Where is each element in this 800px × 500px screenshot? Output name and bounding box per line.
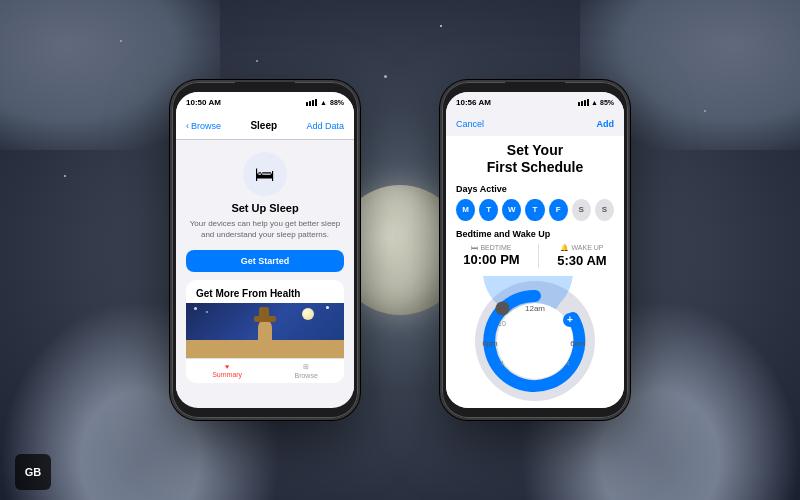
clock-dial-svg: 12am 2 6am 4 4 6pm 10 +: [470, 276, 600, 406]
cancel-button[interactable]: Cancel: [456, 119, 484, 129]
schedule-title-line1: Set Your: [507, 142, 563, 158]
health-card-title: Get More From Health: [186, 280, 344, 303]
svg-text:6pm: 6pm: [482, 339, 498, 348]
phone2-status-icons: ▲ 85%: [578, 99, 614, 106]
gb-watermark: GB: [15, 454, 51, 490]
days-row: M T W T F S S: [456, 199, 614, 221]
day-wednesday[interactable]: W: [502, 199, 521, 221]
svg-text:12am: 12am: [525, 304, 545, 313]
day-monday[interactable]: M: [456, 199, 475, 221]
days-active-label: Days Active: [456, 184, 614, 194]
time-divider: [538, 244, 539, 268]
bedtime-section-label: Bedtime and Wake Up: [456, 229, 614, 239]
sleep-icon-area: 🛏 Set Up Sleep Your devices can help you…: [186, 152, 344, 272]
wakeup-label: 🔔 WAKE UP: [557, 244, 606, 252]
phone2-battery: 85%: [600, 99, 614, 106]
phone2-navbar: Cancel Add: [446, 112, 624, 136]
phone2-statusbar: 10:56 AM ▲ 85%: [446, 92, 624, 112]
wakeup-value: 5:30 AM: [557, 253, 606, 268]
bed-icon: 🛏: [255, 163, 275, 186]
health-illustration: [186, 303, 344, 358]
schedule-title-line2: First Schedule: [487, 159, 583, 175]
get-started-button[interactable]: Get Started: [186, 250, 344, 272]
phone1-time: 10:50 AM: [186, 98, 221, 107]
browse-tab-label: Browse: [294, 372, 317, 379]
sleep-setup-title: Set Up Sleep: [186, 202, 344, 214]
phone1-statusbar: 10:50 AM ▲ 88%: [176, 92, 354, 112]
sleep-icon-circle: 🛏: [243, 152, 287, 196]
summary-tab-label: Summary: [212, 371, 242, 378]
signal-icon: [306, 99, 317, 106]
phone2-content: Set Your First Schedule Days Active M T …: [446, 136, 624, 408]
phones-container: 10:50 AM ▲ 88% ‹ Browse: [0, 0, 800, 500]
phone1-nav-title: Sleep: [250, 120, 277, 131]
bedtime-label: 🛏 BEDTIME: [463, 244, 519, 251]
phone1-tab-bar: ♥ Summary ⊞ Browse: [186, 358, 344, 383]
day-tuesday[interactable]: T: [479, 199, 498, 221]
health-card: Get More From Health: [186, 280, 344, 383]
phone2-screen: 10:56 AM ▲ 85% Cancel Add: [446, 92, 624, 408]
phone1-back-button[interactable]: ‹ Browse: [186, 121, 221, 131]
svg-text:4: 4: [566, 360, 570, 367]
summary-tab[interactable]: ♥ Summary: [212, 363, 242, 379]
day-saturday[interactable]: S: [572, 199, 591, 221]
day-thursday[interactable]: T: [525, 199, 544, 221]
phone1-navbar: ‹ Browse Sleep Add Data: [176, 112, 354, 140]
chevron-left-icon: ‹: [186, 121, 189, 131]
schedule-title: Set Your First Schedule: [456, 142, 614, 176]
day-sunday[interactable]: S: [595, 199, 614, 221]
svg-point-1: [497, 303, 573, 379]
bell-icon-small: 🔔: [560, 244, 569, 252]
phone1-screen: 10:50 AM ▲ 88% ‹ Browse: [176, 92, 354, 408]
svg-point-9: [496, 301, 510, 315]
heart-icon: ♥: [225, 363, 229, 370]
phone-2: 10:56 AM ▲ 85% Cancel Add: [440, 80, 630, 420]
wakeup-block: 🔔 WAKE UP 5:30 AM: [557, 244, 606, 268]
phone1-content: 🛏 Set Up Sleep Your devices can help you…: [176, 140, 354, 391]
svg-text:+: +: [567, 314, 573, 325]
svg-text:4: 4: [500, 360, 504, 367]
add-button[interactable]: Add: [597, 119, 615, 129]
phone2-wifi-icon: ▲: [591, 99, 598, 106]
day-friday[interactable]: F: [549, 199, 568, 221]
wifi-icon: ▲: [320, 99, 327, 106]
phone1-add-data-button[interactable]: Add Data: [306, 121, 344, 131]
phone-1: 10:50 AM ▲ 88% ‹ Browse: [170, 80, 360, 420]
svg-text:6am: 6am: [570, 339, 586, 348]
phone1-battery: 88%: [330, 99, 344, 106]
phone1-back-label: Browse: [191, 121, 221, 131]
svg-text:10: 10: [498, 320, 506, 327]
browse-tab[interactable]: ⊞ Browse: [294, 363, 317, 379]
phone1-status-icons: ▲ 88%: [306, 99, 344, 106]
watermark-text: GB: [25, 466, 42, 478]
grid-icon: ⊞: [303, 363, 309, 371]
bedtime-block: 🛏 BEDTIME 10:00 PM: [463, 244, 519, 268]
bed-icon-small: 🛏: [471, 244, 478, 251]
clock-dial-container: 12am 2 6am 4 4 6pm 10 +: [470, 276, 600, 406]
phone2-signal-icon: [578, 99, 589, 106]
phone2-time: 10:56 AM: [456, 98, 491, 107]
sleep-setup-desc: Your devices can help you get better sle…: [186, 218, 344, 240]
time-display-row: 🛏 BEDTIME 10:00 PM 🔔 WAKE UP 5:30 AM: [456, 244, 614, 268]
bedtime-value: 10:00 PM: [463, 252, 519, 267]
